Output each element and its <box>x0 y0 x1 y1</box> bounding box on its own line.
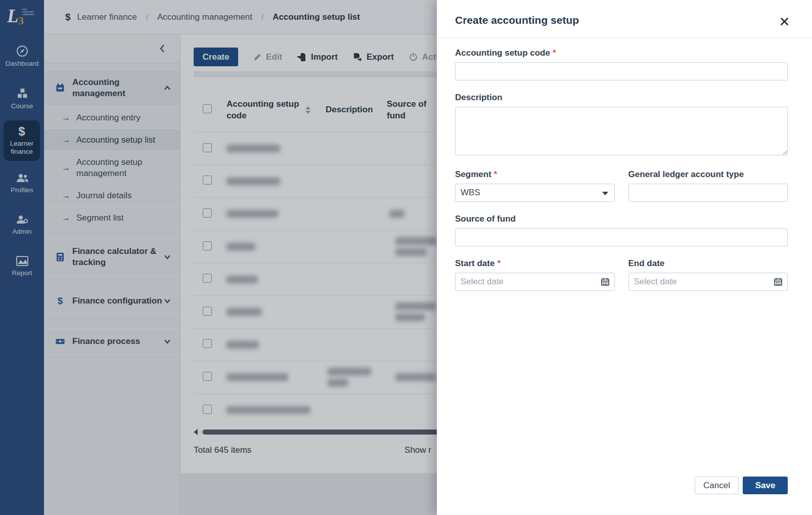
gl-account-type-input[interactable] <box>628 184 788 202</box>
end-date-input[interactable] <box>628 273 788 291</box>
cancel-button[interactable]: Cancel <box>695 477 739 494</box>
start-date-input[interactable] <box>455 273 615 291</box>
field-segment: Segment * WBS <box>455 169 615 202</box>
accounting-setup-code-input[interactable] <box>455 62 788 80</box>
field-end-date: End date <box>628 259 788 291</box>
field-label: Start date * <box>455 259 615 269</box>
required-mark: * <box>494 169 498 180</box>
field-source-of-fund: Source of fund <box>455 214 788 246</box>
field-label: Segment * <box>455 169 615 180</box>
close-icon <box>780 17 789 26</box>
drawer-footer: Cancel Save <box>695 477 788 494</box>
close-button[interactable] <box>779 16 790 28</box>
source-of-fund-input[interactable] <box>455 228 788 246</box>
save-button[interactable]: Save <box>743 477 788 494</box>
field-accounting-setup-code: Accounting setup code * <box>455 48 788 80</box>
create-accounting-setup-drawer: Create accounting setup Accounting setup… <box>437 0 812 515</box>
description-textarea[interactable] <box>455 107 788 155</box>
field-label: General ledger account type <box>628 169 788 180</box>
drawer-title: Create accounting setup <box>455 14 788 26</box>
drawer-header: Create accounting setup <box>437 0 812 38</box>
required-mark: * <box>553 48 556 58</box>
segment-select[interactable]: WBS <box>455 184 615 202</box>
field-start-date: Start date * <box>455 259 615 291</box>
field-gl-account-type: General ledger account type <box>628 169 788 202</box>
drawer-body: Accounting setup code * Description Segm… <box>437 38 812 291</box>
field-label: Source of fund <box>455 214 788 224</box>
field-label: Accounting setup code * <box>455 48 788 58</box>
chevron-down-icon <box>602 192 608 195</box>
field-label: End date <box>628 259 788 269</box>
segment-selected-value: WBS <box>461 188 480 198</box>
field-label: Description <box>455 93 788 103</box>
field-description: Description <box>455 93 788 157</box>
screen: L 3 HKULIFELONGLEARNING Dashboard Course… <box>0 0 812 515</box>
required-mark: * <box>497 259 501 269</box>
